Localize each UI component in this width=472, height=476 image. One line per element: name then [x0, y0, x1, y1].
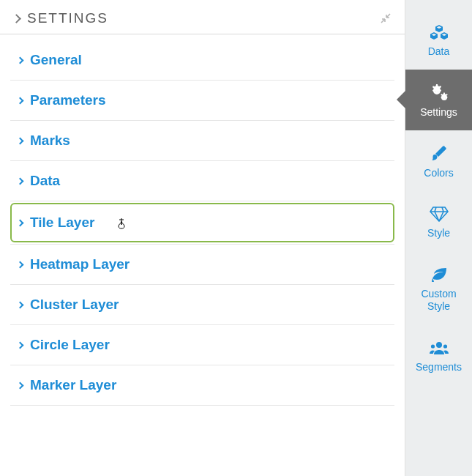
chevron-right-icon: [17, 261, 24, 268]
chevron-right-icon: [17, 177, 24, 185]
side-tabs: DataSettingsColorsStyleCustom StyleSegme…: [405, 0, 472, 476]
section-marker-layer[interactable]: Marker Layer: [10, 365, 394, 405]
section-row: Tile Layer: [10, 203, 394, 245]
section-label: Parameters: [30, 92, 106, 108]
svg-point-1: [436, 342, 442, 348]
section-row: General: [10, 40, 394, 81]
section-general[interactable]: General: [10, 40, 394, 80]
section-row: Parameters: [10, 81, 394, 121]
tab-style[interactable]: Style: [405, 190, 472, 251]
chevron-right-icon: [17, 97, 24, 104]
section-row: Marks: [10, 121, 394, 161]
tab-colors[interactable]: Colors: [405, 130, 472, 191]
section-row: Data: [10, 161, 394, 201]
leaf-icon: [430, 266, 449, 283]
svg-point-2: [430, 344, 434, 348]
users-icon: [430, 339, 449, 357]
section-label: Cluster Layer: [30, 297, 119, 313]
section-label: Circle Layer: [30, 337, 110, 353]
section-row: Heatmap Layer: [10, 245, 394, 285]
tab-label: Custom Style: [408, 288, 469, 313]
section-circle-layer[interactable]: Circle Layer: [10, 325, 394, 365]
section-heatmap-layer[interactable]: Heatmap Layer: [10, 245, 394, 284]
tab-label: Style: [427, 227, 450, 239]
section-label: Marks: [30, 133, 70, 149]
chevron-right-icon: [12, 14, 21, 23]
section-label: General: [30, 52, 82, 68]
chevron-right-icon: [17, 341, 24, 349]
svg-rect-0: [121, 222, 121, 225]
settings-panel: SETTINGS GeneralParametersMarksDataTile …: [0, 0, 405, 476]
section-row: Cluster Layer: [10, 285, 394, 325]
section-label: Marker Layer: [30, 377, 116, 393]
section-data[interactable]: Data: [10, 161, 394, 201]
settings-header[interactable]: SETTINGS: [0, 0, 405, 34]
chevron-right-icon: [17, 382, 24, 389]
section-cluster-layer[interactable]: Cluster Layer: [10, 285, 394, 324]
diamond-icon: [430, 205, 449, 223]
section-list: GeneralParametersMarksDataTile LayerHeat…: [0, 34, 405, 406]
chevron-right-icon: [17, 137, 24, 144]
cubes-icon: [430, 23, 449, 41]
collapse-icon[interactable]: [380, 12, 392, 24]
section-marks[interactable]: Marks: [10, 121, 394, 160]
gears-icon: [430, 84, 449, 102]
tab-custom-style[interactable]: Custom Style: [405, 251, 472, 324]
tab-label: Segments: [416, 361, 462, 373]
tab-label: Colors: [424, 167, 453, 179]
tab-label: Data: [428, 45, 450, 58]
chevron-right-icon: [17, 301, 24, 308]
section-label: Data: [30, 173, 60, 189]
tab-segments[interactable]: Segments: [405, 324, 472, 385]
tab-data[interactable]: Data: [405, 0, 472, 70]
settings-title: SETTINGS: [27, 10, 108, 26]
section-label: Heatmap Layer: [30, 256, 130, 272]
pointer-cursor-icon: [117, 217, 130, 232]
section-parameters[interactable]: Parameters: [10, 81, 394, 120]
section-tile-layer[interactable]: Tile Layer: [10, 203, 394, 242]
section-row: Marker Layer: [10, 365, 394, 406]
chevron-right-icon: [17, 56, 24, 64]
brush-icon: [430, 145, 449, 163]
section-label: Tile Layer: [30, 215, 94, 231]
tab-label: Settings: [420, 106, 457, 119]
svg-point-3: [443, 344, 446, 348]
tab-settings[interactable]: Settings: [405, 70, 472, 130]
chevron-right-icon: [17, 219, 24, 226]
section-row: Circle Layer: [10, 325, 394, 365]
